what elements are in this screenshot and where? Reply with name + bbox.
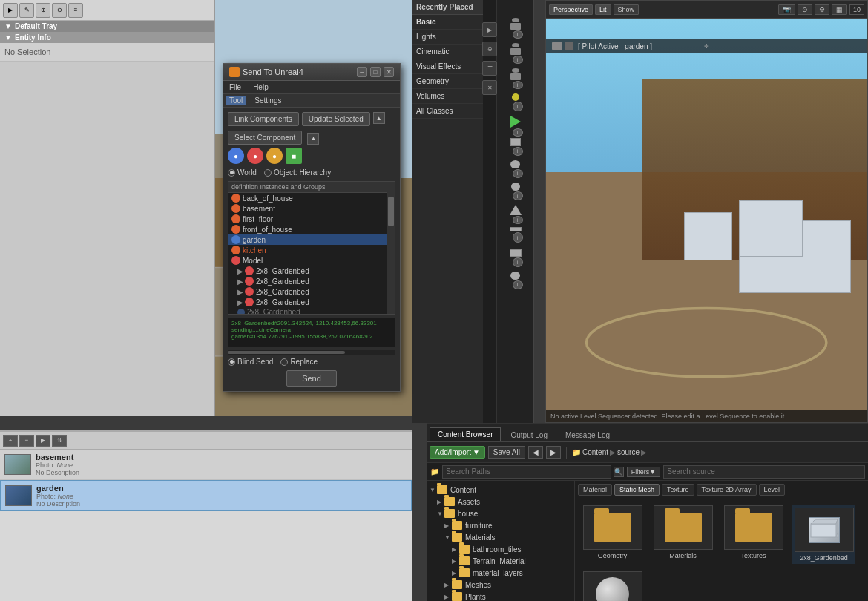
folder-materials-house[interactable]: ▼ Materials — [441, 531, 574, 543]
scene-item-garden[interactable]: garden Photo: None No Description — [0, 480, 412, 511]
folder-material-layers[interactable]: ▶ material_layers — [449, 567, 574, 579]
nav-forward-btn[interactable]: ▶ — [546, 446, 561, 459]
info-btn-10[interactable]: i — [513, 232, 523, 243]
radio-replace[interactable]: Replace — [280, 358, 318, 366]
toolbar-btn-5[interactable]: ≡ — [68, 3, 83, 18]
perspective-btn[interactable]: Perspective — [549, 4, 593, 15]
asset-materials[interactable]: Materials — [651, 505, 714, 564]
select-component-btn[interactable]: Select Component — [228, 131, 302, 145]
camera-icon[interactable]: 📷 — [778, 4, 795, 15]
info-btn-9[interactable]: i — [513, 216, 523, 224]
tree-item-gardenbed-3[interactable]: ▶ 2x8_Gardenbed — [228, 286, 395, 297]
tree-item-first-floor[interactable]: first_floor — [228, 214, 395, 224]
info-btn-8[interactable]: i — [513, 191, 523, 200]
dialog-file-menu[interactable]: File — [226, 82, 244, 92]
nav-back-btn[interactable]: ◀ — [528, 446, 543, 459]
scenes-props-btn[interactable]: ≡ — [19, 435, 34, 447]
link-components-btn[interactable]: Link Components — [228, 112, 299, 126]
radio-blind-send[interactable]: Blind Send — [228, 358, 273, 366]
filter-static-mesh[interactable]: Static Mesh — [614, 484, 660, 496]
tree-item-back-of-house[interactable]: back_of_house — [228, 193, 395, 203]
tab-content-browser[interactable]: Content Browser — [430, 427, 501, 441]
lit-btn[interactable]: Lit — [595, 4, 611, 15]
tree-item-gardenbed-5[interactable]: 2x8_Gardenbed — [228, 307, 395, 315]
tree-item-basement[interactable]: basement — [228, 203, 395, 214]
update-selected-btn[interactable]: Update Selected — [302, 112, 370, 126]
asset-frontcolor[interactable]: FrontColor — [581, 571, 644, 601]
sketchup-toolbar[interactable]: ▶ ✎ ⊕ ⊙ ≡ — [0, 0, 214, 21]
folder-plants[interactable]: ▶ Plants — [441, 591, 574, 601]
tab-output-log[interactable]: Output Log — [502, 428, 555, 441]
radio-world[interactable]: World — [228, 168, 257, 177]
tree-scrollbar[interactable] — [387, 182, 395, 314]
info-btn-3[interactable]: i — [513, 81, 523, 89]
info-btn-1[interactable]: i — [513, 30, 523, 39]
radio-object-hierarchy[interactable]: Object: Hierarchy — [264, 168, 331, 177]
folder-bathroom-tiles[interactable]: ▶ bathroom_tiles — [449, 543, 574, 555]
right-tool-3[interactable]: ☰ — [482, 61, 497, 76]
scenes-nav-btn[interactable]: ▶ — [36, 435, 50, 447]
search-paths-icon[interactable]: 🔍 — [614, 467, 624, 477]
search-paths-input[interactable] — [442, 465, 611, 479]
show-btn[interactable]: Show — [614, 4, 640, 15]
collapse-btn[interactable]: ▲ — [373, 112, 385, 124]
info-btn-5[interactable]: i — [513, 128, 523, 137]
send-btn[interactable]: Send — [286, 370, 337, 387]
tree-scrollbar-thumb[interactable] — [388, 197, 394, 226]
tree-item-model[interactable]: Model — [228, 255, 395, 266]
folder-meshes[interactable]: ▶ Meshes — [441, 579, 574, 591]
status-scrollbar[interactable] — [228, 350, 395, 355]
scene-item-basement[interactable]: basement Photo: None No Description — [0, 450, 412, 480]
filter-material[interactable]: Material — [578, 484, 612, 496]
folder-assets[interactable]: ▶ Assets — [434, 496, 574, 508]
collapse-btn-2[interactable]: ▲ — [307, 133, 319, 145]
dialog-close-btn[interactable]: ✕ — [384, 67, 394, 77]
asset-textures[interactable]: Textures — [722, 505, 785, 564]
realtime-icon[interactable]: ⊙ — [798, 4, 812, 15]
filter-texture-2d-array[interactable]: Texture 2D Array — [697, 484, 757, 496]
icon-green-square[interactable]: ■ — [286, 148, 302, 164]
asset-gardenbed[interactable]: 2x8_Gardenbed — [792, 505, 855, 564]
dialog-help-menu[interactable]: Help — [250, 82, 272, 92]
tree-item-gardenbed-1[interactable]: ▶ 2x8_Gardenbed — [228, 266, 395, 276]
info-btn-11[interactable]: i — [513, 257, 523, 267]
folder-furniture[interactable]: ▶ furniture — [441, 519, 574, 531]
folder-content[interactable]: ▼ Content — [427, 484, 574, 496]
dialog-settings-menu[interactable]: Settings — [251, 96, 284, 105]
icon-yellow-circle[interactable]: ● — [266, 148, 283, 164]
filters-btn[interactable]: Filters▼ — [627, 467, 660, 477]
info-btn-2[interactable]: i — [513, 56, 523, 64]
info-btn-12[interactable]: i — [513, 280, 523, 289]
tree-item-gardenbed-2[interactable]: ▶ 2x8_Gardenbed — [228, 276, 395, 286]
add-import-btn[interactable]: Add/Import ▼ — [430, 446, 485, 459]
right-tool-1[interactable]: ▶ — [482, 22, 497, 37]
dialog-minimize-btn[interactable]: ─ — [357, 67, 367, 77]
status-scrollbar-thumb[interactable] — [228, 351, 345, 354]
toolbar-btn-1[interactable]: ▶ — [3, 3, 18, 18]
filter-level[interactable]: Level — [759, 484, 786, 496]
dialog-window-controls[interactable]: ─ □ ✕ — [357, 67, 394, 77]
tree-item-garden[interactable]: garden — [228, 234, 395, 245]
tab-message-log[interactable]: Message Log — [557, 428, 618, 441]
search-source-input[interactable] — [663, 465, 865, 479]
info-btn-4[interactable]: i — [513, 102, 523, 111]
toolbar-btn-3[interactable]: ⊕ — [36, 3, 50, 18]
dialog-maximize-btn[interactable]: □ — [370, 67, 381, 77]
folder-terrain-material[interactable]: ▶ Terrain_Material — [449, 555, 574, 567]
scenes-move-btn[interactable]: ⇅ — [52, 435, 67, 447]
icon-blue-circle[interactable]: ● — [228, 148, 244, 164]
toolbar-btn-2[interactable]: ✎ — [19, 3, 34, 18]
right-tool-4[interactable]: ✕ — [482, 80, 497, 95]
right-tool-2[interactable]: ⊕ — [482, 42, 497, 56]
filter-texture[interactable]: Texture — [662, 484, 694, 496]
info-btn-6[interactable]: i — [513, 147, 523, 156]
asset-geometry[interactable]: Geometry — [581, 505, 644, 564]
save-all-btn[interactable]: Save All — [488, 446, 525, 459]
info-btn-7[interactable]: i — [513, 169, 523, 178]
scenes-add-btn[interactable]: + — [3, 435, 18, 447]
grid-icon[interactable]: ▦ — [832, 4, 847, 15]
dialog-tool-menu[interactable]: Tool — [226, 96, 246, 105]
icon-red-circle[interactable]: ● — [247, 148, 263, 164]
toolbar-btn-4[interactable]: ⊙ — [52, 3, 67, 18]
tree-item-gardenbed-4[interactable]: ▶ 2x8_Gardenbed — [228, 297, 395, 307]
